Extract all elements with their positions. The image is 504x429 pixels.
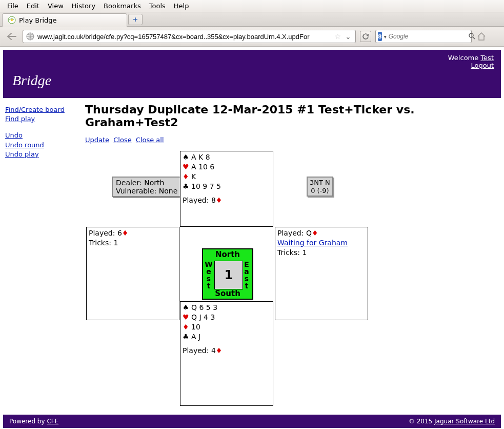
diamond-icon: ♦	[122, 229, 129, 237]
os-menubar: File Edit View History Bookmarks Tools H…	[0, 0, 504, 12]
main-content: Thursday Duplicate 12-Mar-2015 #1 Test+T…	[85, 103, 501, 413]
dealer-vuln-box: Dealer: North Vulnerable: None	[112, 177, 182, 197]
compass-east: East	[242, 261, 251, 289]
search-icon[interactable]	[468, 32, 475, 41]
north-diamonds: K	[191, 172, 196, 181]
menu-edit[interactable]: Edit	[23, 1, 44, 11]
compass-west: West	[204, 261, 213, 289]
north-played-card: 8	[211, 196, 216, 204]
club-icon: ♣	[183, 333, 189, 341]
close-all-link[interactable]: Close all	[136, 136, 164, 144]
north-hearts: A 10 6	[191, 163, 214, 171]
menu-view[interactable]: View	[44, 1, 68, 11]
compass-north: North	[203, 250, 252, 259]
waiting-link[interactable]: Waiting for Graham	[277, 239, 348, 247]
west-played-card: 6	[117, 229, 122, 237]
vuln-text: Vulnerable: None	[116, 187, 177, 195]
url-bar[interactable]: ☆ ⌄	[23, 30, 356, 43]
browser-navbar: ☆ ⌄ 8 ▾	[0, 27, 504, 47]
globe-icon	[26, 32, 34, 41]
sidebar-undo-round[interactable]: Undo round	[5, 141, 84, 150]
logout-link[interactable]: Logout	[471, 62, 494, 69]
update-link[interactable]: Update	[85, 136, 109, 144]
north-spades: A K 8	[191, 153, 210, 161]
sidebar-find-play[interactable]: Find play	[5, 114, 84, 124]
spade-icon: ♠	[183, 303, 189, 311]
south-hearts: Q J 4 3	[191, 313, 215, 321]
dealer-text: Dealer: North	[116, 179, 177, 187]
east-tricks: Tricks: 1	[277, 248, 366, 258]
sidebar-undo-play[interactable]: Undo play	[5, 150, 84, 159]
site-banner: Welcome Test Logout Bridge	[3, 50, 501, 98]
south-diamonds: 10	[191, 323, 200, 331]
welcome-block: Welcome Test Logout	[448, 54, 494, 69]
menu-history[interactable]: History	[68, 1, 99, 11]
heart-icon: ♥	[183, 163, 189, 171]
east-played-label: Played:	[277, 229, 306, 237]
page-title: Thursday Duplicate 12-Mar-2015 #1 Test+T…	[85, 103, 497, 129]
site-footer: Powered by CFE © 2015 Jaguar Software Lt…	[3, 415, 501, 428]
compass: North South West East 1	[202, 248, 253, 300]
sidebar: Find/Create board Find play Undo Undo ro…	[3, 103, 85, 413]
search-engine-icon: 8	[378, 32, 382, 41]
compass-south: South	[203, 289, 252, 298]
back-button[interactable]	[5, 31, 18, 42]
north-played-label: Played:	[183, 196, 211, 204]
search-bar[interactable]: 8 ▾	[375, 30, 472, 43]
diamond-icon: ♦	[183, 323, 189, 331]
tab-title: Play Bridge	[19, 16, 57, 24]
heart-icon: ♥	[183, 313, 189, 321]
contract-box: 3NT N 0 (-9)	[307, 177, 333, 197]
url-dropdown-icon[interactable]: ⌄	[344, 33, 352, 41]
diamond-icon: ♦	[312, 229, 318, 237]
diamond-icon: ♦	[216, 346, 223, 355]
club-icon: ♣	[183, 182, 189, 190]
south-clubs: A J	[191, 333, 200, 341]
home-button[interactable]	[476, 31, 487, 42]
footer-cfe-link[interactable]: CFE	[47, 418, 58, 425]
browser-tab[interactable]: Play Bridge	[2, 13, 127, 27]
bookmark-star-icon[interactable]: ☆	[334, 32, 341, 41]
hand-east: Played: Q♦ Waiting for Graham Tricks: 1	[275, 227, 368, 320]
close-link[interactable]: Close	[113, 136, 131, 144]
west-tricks: Tricks: 1	[89, 238, 177, 248]
url-input[interactable]	[37, 33, 331, 41]
north-clubs: 10 9 7 5	[191, 182, 221, 190]
menu-tools[interactable]: Tools	[145, 1, 170, 11]
browser-tabbar: Play Bridge +	[0, 12, 504, 27]
welcome-text: Welcome	[448, 54, 481, 62]
diamond-icon: ♦	[183, 172, 189, 181]
footer-copyright: © 2015	[409, 418, 434, 425]
board-number: 1	[214, 261, 243, 289]
spade-icon: ♠	[183, 153, 189, 161]
svg-point-1	[11, 19, 13, 21]
east-played-card: Q	[306, 229, 312, 237]
page-body: Welcome Test Logout Bridge Find/Create b…	[0, 47, 504, 429]
contract-line2: 0 (-9)	[310, 187, 330, 195]
svg-point-3	[469, 33, 473, 37]
reload-button[interactable]	[360, 31, 371, 42]
sidebar-undo[interactable]: Undo	[5, 131, 84, 140]
new-tab-button[interactable]: +	[128, 14, 143, 25]
action-links: Update Close Close all	[85, 136, 497, 144]
footer-company-link[interactable]: Jaguar Software Ltd	[434, 418, 495, 425]
west-played-label: Played:	[89, 229, 117, 237]
bridge-board: Dealer: North Vulnerable: None 3NT N 0 (…	[85, 151, 497, 413]
hand-west: Played: 6♦ Tricks: 1	[86, 227, 179, 320]
south-played-label: Played:	[183, 346, 211, 355]
user-link[interactable]: Test	[480, 54, 494, 62]
site-title: Bridge	[12, 72, 51, 89]
south-played-card: 4	[211, 346, 216, 355]
contract-line1: 3NT N	[310, 179, 330, 187]
hand-north: ♠ A K 8 ♥ A 10 6 ♦ K ♣ 10 9 7 5 Played: …	[180, 151, 273, 227]
hand-south: ♠ Q 6 5 3 ♥ Q J 4 3 ♦ 10 ♣ A J Played: 4…	[180, 301, 273, 406]
search-input[interactable]	[389, 33, 466, 40]
footer-powered: Powered by	[9, 418, 47, 425]
menu-bookmarks[interactable]: Bookmarks	[99, 1, 145, 11]
tab-favicon	[8, 16, 16, 24]
diamond-icon: ♦	[216, 196, 223, 204]
menu-file[interactable]: File	[3, 1, 23, 11]
menu-help[interactable]: Help	[170, 1, 193, 11]
search-dropdown-icon[interactable]: ▾	[384, 34, 387, 40]
sidebar-find-board[interactable]: Find/Create board	[5, 105, 84, 114]
